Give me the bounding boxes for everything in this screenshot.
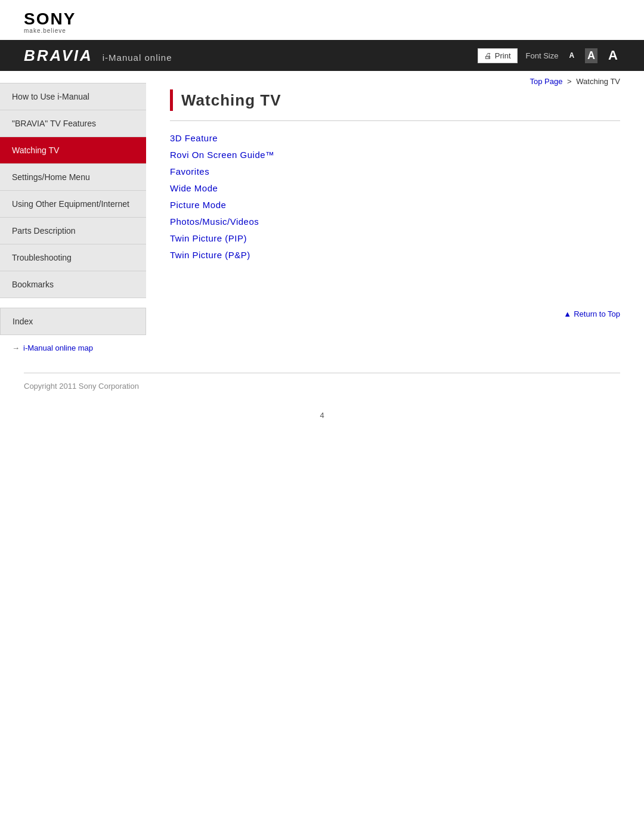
list-item: 3D Feature [170,133,620,144]
list-item: Wide Mode [170,183,620,194]
page-title: Watching TV [181,91,281,110]
sidebar-item-parts-description[interactable]: Parts Description [0,218,146,244]
copyright-text: Copyright 2011 Sony Corporation [24,382,139,391]
logo-area: SONY make.believe [0,0,644,40]
sidebar-item-settings-home[interactable]: Settings/Home Menu [0,164,146,191]
title-accent-bar [170,89,173,111]
sidebar: How to Use i-Manual "BRAVIA" TV Features… [0,71,146,373]
imanual-subtitle: i-Manual online [103,52,172,63]
font-medium-button[interactable]: A [585,48,597,63]
breadcrumb-top-page[interactable]: Top Page [530,77,563,86]
link-twin-picture-pip[interactable]: Twin Picture (PIP) [170,233,247,243]
sony-tagline: make.believe [24,27,66,34]
sidebar-item-how-to-use[interactable]: How to Use i-Manual [0,83,146,110]
top-bar-right: 🖨 Print Font Size A A A [478,47,620,64]
sony-brand: SONY [24,11,76,27]
imanual-map-label: i-Manual online map [23,343,93,352]
breadcrumb-separator: > [567,77,572,86]
print-button[interactable]: 🖨 Print [478,48,518,63]
breadcrumb-current: Watching TV [576,77,620,86]
list-item: Twin Picture (PIP) [170,233,620,244]
link-favorites[interactable]: Favorites [170,166,209,176]
font-large-button[interactable]: A [606,47,620,64]
link-twin-picture-pap[interactable]: Twin Picture (P&P) [170,250,250,260]
watching-tv-links: 3D Feature Rovi On Screen Guide™ Favorit… [170,133,620,261]
bravia-brand: BRAVIA [24,47,93,65]
main-content: How to Use i-Manual "BRAVIA" TV Features… [0,71,644,373]
sidebar-item-bravia-features[interactable]: "BRAVIA" TV Features [0,110,146,137]
font-small-button[interactable]: A [566,50,577,61]
list-item: Photos/Music/Videos [170,216,620,227]
return-to-top-label: Return to Top [574,309,620,318]
link-rovi[interactable]: Rovi On Screen Guide™ [170,150,275,160]
list-item: Twin Picture (P&P) [170,250,620,261]
print-label: Print [495,51,511,60]
list-item: Rovi On Screen Guide™ [170,150,620,160]
link-wide-mode[interactable]: Wide Mode [170,183,218,193]
sidebar-item-bookmarks[interactable]: Bookmarks [0,271,146,298]
return-to-top-link[interactable]: ▲ Return to Top [564,309,620,318]
right-content: Top Page > Watching TV Watching TV 3D Fe… [146,71,644,373]
return-to-top-area: ▲ Return to Top [170,296,620,325]
sidebar-item-watching-tv[interactable]: Watching TV [0,137,146,164]
footer: Copyright 2011 Sony Corporation [0,373,644,399]
bravia-title: BRAVIA i-Manual online [24,47,172,65]
link-picture-mode[interactable]: Picture Mode [170,200,226,210]
page-title-section: Watching TV [170,89,620,121]
arrow-icon: → [12,343,20,352]
sidebar-item-using-other[interactable]: Using Other Equipment/Internet [0,191,146,218]
list-item: Picture Mode [170,200,620,210]
sony-logo: SONY make.believe [24,11,620,34]
sidebar-item-troubleshooting[interactable]: Troubleshooting [0,244,146,271]
link-3d-feature[interactable]: 3D Feature [170,133,218,143]
print-icon: 🖨 [484,51,492,60]
sidebar-index[interactable]: Index [0,308,146,335]
font-size-label: Font Size [526,51,559,60]
breadcrumb: Top Page > Watching TV [170,71,620,89]
link-photos-music-videos[interactable]: Photos/Music/Videos [170,216,259,227]
triangle-up-icon: ▲ [564,309,571,318]
page-number: 4 [0,399,644,432]
top-bar: BRAVIA i-Manual online 🖨 Print Font Size… [0,40,644,71]
list-item: Favorites [170,166,620,177]
imanual-map-link[interactable]: → i-Manual online map [0,335,146,361]
